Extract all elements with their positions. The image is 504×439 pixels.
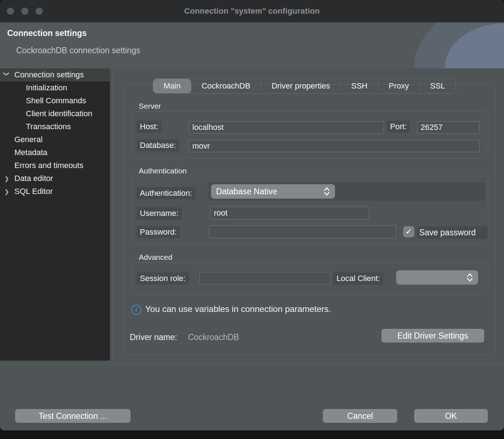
authentication-select[interactable]: Database Native (211, 184, 335, 199)
edit-driver-settings-button[interactable]: Edit Driver Settings (381, 329, 484, 343)
sidebar-item-label: Errors and timeouts (14, 161, 83, 170)
chevron-right-icon[interactable]: ❯ (4, 175, 12, 182)
sidebar-item-transactions[interactable]: ❯ Transactions (0, 120, 110, 133)
dialog-header: Connection settings CockroachDB connecti… (0, 22, 504, 68)
sidebar-item-connection-settings[interactable]: ❯ Connection settings (0, 68, 110, 81)
sidebar-item-metadata[interactable]: ❯ Metadata (0, 146, 110, 159)
authentication-group: Authentication: Database Native Username… (132, 176, 488, 245)
check-icon: ✓ (406, 227, 412, 236)
tab-label: SSH (351, 81, 367, 91)
server-section-heading: Server (139, 102, 161, 110)
save-password-label: Save password (417, 226, 488, 239)
test-connection-button[interactable]: Test Connection ... (15, 409, 130, 423)
sidebar-item-label: SQL Editor (14, 187, 53, 196)
port-label: Port: (387, 121, 410, 133)
sash-divider[interactable] (113, 68, 113, 364)
sidebar-item-initialization[interactable]: ❯ Initialization (0, 81, 110, 94)
sidebar-item-label: Connection settings (14, 70, 84, 80)
session-role-input[interactable] (200, 272, 330, 284)
host-label: Host: (137, 121, 161, 133)
username-input[interactable] (210, 207, 369, 220)
chevron-right-icon[interactable]: ❯ (4, 188, 12, 195)
sidebar-item-shell-commands[interactable]: ❯ Shell Commands (0, 94, 110, 107)
sidebar-item-data-editor[interactable]: ❯ Data editor (0, 172, 110, 185)
window-title: Connection "system" configuration (184, 6, 320, 16)
server-group: Host: Port: Database: (132, 111, 488, 158)
title-bar: Connection "system" configuration (0, 0, 504, 22)
host-input[interactable] (189, 121, 384, 133)
sidebar-item-label: Client identification (26, 109, 92, 118)
password-label: Password: (137, 226, 180, 238)
sidebar-item-label: Transactions (26, 122, 71, 131)
screen: Connection "system" configuration Connec… (0, 0, 504, 439)
sidebar-item-general[interactable]: ❯ General (0, 133, 110, 146)
advanced-section-heading: Advanced (139, 253, 172, 262)
tab-driver-properties[interactable]: Driver properties (261, 79, 340, 93)
tab-label: CockroachDB (202, 81, 251, 91)
page-title: Connection settings (7, 28, 87, 38)
save-password-checkbox[interactable]: ✓ (403, 226, 414, 237)
footer-divider (0, 364, 504, 364)
sidebar-item-label: Initialization (26, 83, 67, 92)
variables-hint-text: You can use variables in connection para… (145, 304, 331, 314)
sidebar-item-client-identification[interactable]: ❯ Client identification (0, 107, 110, 120)
ok-button[interactable]: OK (414, 409, 488, 423)
local-client-label: Local Client: (333, 272, 383, 285)
username-label: Username: (137, 207, 182, 220)
sidebar-item-sql-editor[interactable]: ❯ SQL Editor (0, 185, 110, 198)
tab-label: Proxy (389, 81, 409, 91)
connection-configuration-dialog: Connection "system" configuration Connec… (0, 0, 504, 430)
tab-ssl[interactable]: SSL (420, 79, 456, 93)
cancel-button[interactable]: Cancel (323, 409, 397, 423)
window-zoom-button[interactable] (36, 8, 43, 15)
settings-tree: ❯ Connection settings ❯ Initialization ❯… (0, 68, 110, 361)
tab-cockroachdb[interactable]: CockroachDB (191, 79, 261, 93)
updown-chevron-icon (324, 187, 330, 196)
tab-ssh[interactable]: SSH (341, 79, 378, 93)
tab-bar: MainCockroachDBDriver propertiesSSHProxy… (153, 78, 456, 94)
local-client-select[interactable] (396, 270, 478, 285)
tab-label: SSL (430, 81, 445, 91)
session-role-label: Session role: (137, 272, 189, 285)
chevron-down-icon[interactable]: ❯ (3, 71, 10, 78)
window-close-button[interactable] (7, 8, 14, 15)
advanced-group: Session role: Local Client: (132, 262, 488, 295)
window-controls (7, 8, 43, 15)
port-input[interactable] (417, 121, 480, 133)
sidebar-item-label: Metadata (14, 148, 47, 157)
tab-label: Main (164, 81, 181, 91)
sidebar-item-errors-and-timeouts[interactable]: ❯ Errors and timeouts (0, 159, 110, 172)
tab-label: Driver properties (271, 81, 330, 91)
password-input[interactable] (209, 225, 396, 238)
authentication-section-heading: Authentication (139, 167, 187, 175)
sidebar-item-label: General (14, 135, 42, 144)
authentication-label: Authentication: (137, 187, 196, 199)
page-subtitle: CockroachDB connection settings (16, 46, 140, 55)
updown-chevron-icon (467, 273, 473, 282)
tab-proxy[interactable]: Proxy (378, 79, 419, 93)
driver-name-value: CockroachDB (188, 332, 239, 342)
window-minimize-button[interactable] (21, 8, 28, 15)
sidebar-item-label: Shell Commands (26, 96, 86, 105)
tab-main[interactable]: Main (153, 79, 191, 93)
database-label: Database: (137, 139, 179, 151)
info-icon: i (131, 305, 141, 315)
authentication-select-value: Database Native (216, 187, 277, 196)
sidebar-item-label: Data editor (14, 174, 53, 183)
database-input[interactable] (189, 140, 480, 152)
main-tab-panel: Server Host: Port: Database: Authenticat… (123, 84, 496, 355)
driver-name-label: Driver name: (130, 332, 177, 342)
